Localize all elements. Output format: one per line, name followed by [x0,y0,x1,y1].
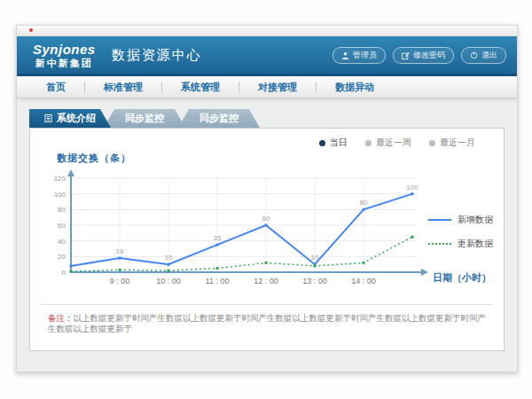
tab-sync-monitor-2-label: 同步监控 [200,112,239,125]
radio-selected-icon [319,140,325,146]
x-axis-title: 日期（小时） [433,271,491,285]
logo-red-dot-icon [29,28,33,32]
filter-last-month[interactable]: 最近一月 [429,137,475,149]
filter-today[interactable]: 当日 [319,137,348,149]
dotted-line-swatch-icon [428,243,451,245]
tab-sync-monitor-2[interactable]: 同步监控 [178,109,260,128]
nav-item-system-mgmt[interactable]: 系统管理 [162,82,239,93]
note-text: 以上数据更新于时间产生数据以上数据更新于时间产生数据以上数据更新于时间产生数据以… [48,313,486,333]
nav-item-standard-mgmt[interactable]: 标准管理 [85,82,162,93]
app-window: Synjones 新中新集团 数据资源中心 管理员 修改密码 [16,25,518,372]
radio-icon [429,140,435,146]
footer-note: 备注：以上数据更新于时间产生数据以上数据更新于时间产生数据以上数据更新于时间产生… [48,313,493,335]
radio-icon [365,140,372,146]
content-area: 系统介绍 同步监控 同步监控 当日 最近一周 [17,98,517,370]
legend-update-data-label: 更新数据 [458,238,493,250]
legend-item-new-data: 新增数据 [428,214,493,226]
nav-item-interface-mgmt[interactable]: 对接管理 [239,82,317,93]
svg-text:10: 10 [311,254,319,262]
svg-text:35: 35 [214,234,222,242]
svg-text:10 : 00: 10 : 00 [156,277,181,286]
logo-wordmark: Synjones [33,43,96,58]
tab-system-intro-label: 系统介绍 [57,112,96,125]
filter-last-week-label: 最近一周 [376,137,411,149]
y-axis-title: 数据交换（条） [57,152,131,165]
logo-subtitle: 新中新集团 [33,58,96,68]
svg-text:80: 80 [360,199,368,207]
svg-text:60: 60 [262,215,270,223]
solid-line-swatch-icon [428,219,451,221]
nav-item-home[interactable]: 首页 [27,82,85,93]
logout-button[interactable]: 退出 [461,47,506,64]
document-icon [44,114,52,122]
filter-today-label: 当日 [330,137,348,149]
chart-legend: 新增数据 更新数据 [428,214,493,250]
legend-new-data-label: 新增数据 [458,214,493,226]
svg-text:100: 100 [54,191,66,199]
tab-sync-monitor-1-label: 同步监控 [125,112,164,125]
legend-item-update-data: 更新数据 [428,238,493,250]
user-toolbar: 管理员 修改密码 退出 [332,47,506,64]
time-range-filters: 当日 最近一周 最近一月 [319,137,475,149]
svg-text:120: 120 [54,175,66,183]
user-icon [341,51,349,59]
svg-text:10: 10 [165,254,173,262]
svg-text:11 : 00: 11 : 00 [206,277,230,286]
svg-text:100: 100 [406,184,419,192]
logout-label: 退出 [481,50,497,61]
svg-text:12 : 00: 12 : 00 [254,277,278,286]
svg-text:40: 40 [58,238,66,246]
svg-text:9 : 00: 9 : 00 [110,277,130,286]
tab-sync-monitor-1[interactable]: 同步监控 [104,109,185,128]
app-header: Synjones 新中新集团 数据资源中心 管理员 修改密码 [17,36,517,76]
app-title: 数据资源中心 [112,47,202,64]
tab-bar: 系统介绍 同步监控 同步监控 [29,109,517,128]
nav-item-data-change[interactable]: 数据异动 [317,82,393,93]
window-top-strip [17,26,517,36]
admin-user-button[interactable]: 管理员 [332,47,386,64]
note-label: 备注： [48,313,74,323]
svg-text:20: 20 [58,253,66,261]
svg-text:80: 80 [58,206,66,214]
tab-system-intro[interactable]: 系统介绍 [29,109,111,128]
chart-panel: 当日 最近一周 最近一月 数据交换（条） 0204060801001209 : … [29,128,505,351]
change-password-button[interactable]: 修改密码 [393,47,454,64]
filter-last-week[interactable]: 最近一周 [365,137,411,149]
panel-divider [41,304,493,305]
svg-text:0: 0 [62,269,66,277]
main-nav: 首页 标准管理 系统管理 对接管理 数据异动 [17,76,517,98]
power-icon [470,51,478,59]
edit-icon [402,51,410,59]
page-background: Synjones 新中新集团 数据资源中心 管理员 修改密码 [0,0,532,399]
svg-text:18: 18 [116,247,124,255]
company-logo: Synjones 新中新集团 [33,42,96,68]
admin-user-label: 管理员 [353,50,377,61]
change-password-label: 修改密码 [413,50,445,61]
filter-last-month-label: 最近一月 [440,137,475,149]
exchange-line-chart: 0204060801001209 : 0010 : 0011 : 0012 : … [44,168,434,301]
svg-text:60: 60 [58,222,66,230]
svg-text:14 : 00: 14 : 00 [351,277,376,286]
svg-text:13 : 00: 13 : 00 [302,277,327,286]
